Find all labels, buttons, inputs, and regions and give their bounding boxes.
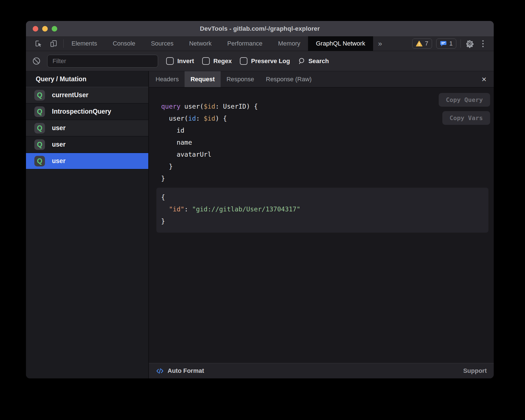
- code-line: avatarUrl: [161, 149, 258, 161]
- checkbox-box-invert[interactable]: [166, 57, 174, 65]
- checkbox-regex[interactable]: Regex: [202, 57, 232, 65]
- filter-input[interactable]: [47, 55, 158, 68]
- query-list-panel: Query / Mutation QcurrentUserQIntrospect…: [26, 71, 149, 378]
- issues-count: 1: [449, 40, 453, 47]
- checkbox-preserve-log[interactable]: Preserve Log: [240, 57, 290, 65]
- toolbar-divider: [460, 39, 461, 48]
- query-list-item-user-3[interactable]: Quser: [26, 137, 148, 153]
- query-list-header: Query / Mutation: [26, 71, 148, 87]
- auto-format-button[interactable]: Auto Format: [168, 367, 204, 374]
- more-tabs-icon[interactable]: »: [373, 36, 387, 51]
- filter-checkbox-group: InvertRegexPreserve Log: [158, 57, 290, 65]
- traffic-lights: [33, 21, 57, 36]
- code-line: }: [161, 161, 258, 173]
- code-line: name: [161, 137, 258, 149]
- tab-console[interactable]: Console: [105, 36, 143, 51]
- code-line: user(id: $id) {: [161, 113, 258, 125]
- minimize-window-button[interactable]: [42, 26, 48, 32]
- query-list-item-user-2[interactable]: Quser: [26, 120, 148, 137]
- detail-tab-response[interactable]: Response: [221, 71, 260, 87]
- query-name-label: currentUser: [52, 91, 88, 99]
- close-window-button[interactable]: [33, 26, 38, 32]
- code-line: query user($id: UserID) {: [161, 101, 258, 113]
- query-list-item-user-4[interactable]: Quser: [26, 153, 148, 170]
- zoom-window-button[interactable]: [52, 26, 57, 32]
- query-type-badge: Q: [34, 90, 45, 101]
- query-list: QcurrentUserQIntrospectionQueryQuserQuse…: [26, 87, 148, 170]
- support-link[interactable]: Support: [463, 367, 487, 374]
- code-line: {: [161, 191, 488, 203]
- tab-performance[interactable]: Performance: [219, 36, 270, 51]
- code-format-icon: [156, 367, 164, 375]
- warnings-count: 7: [425, 40, 428, 47]
- checkbox-label-preserve-log: Preserve Log: [251, 58, 290, 65]
- search-icon: [297, 57, 306, 65]
- code-line: }: [161, 173, 258, 185]
- tab-network[interactable]: Network: [181, 36, 219, 51]
- query-variables-box: { "id": "gid://gitlab/User/13704317"}: [156, 188, 488, 233]
- warning-triangle-icon: [416, 40, 423, 47]
- checkbox-invert[interactable]: Invert: [166, 57, 194, 65]
- window-title: DevTools - gitlab.com/-/graphql-explorer: [200, 25, 320, 32]
- checkbox-label-invert: Invert: [177, 58, 194, 65]
- tab-sources[interactable]: Sources: [143, 36, 181, 51]
- message-bubble-icon: [440, 40, 447, 47]
- status-bar: Auto Format Support: [149, 363, 494, 378]
- query-list-item-currentuser-0[interactable]: QcurrentUser: [26, 87, 148, 104]
- query-type-badge: Q: [34, 156, 45, 166]
- search-button[interactable]: Search: [297, 57, 329, 65]
- search-label: Search: [308, 58, 329, 65]
- inspect-element-icon[interactable]: [34, 39, 43, 48]
- query-name-label: user: [52, 141, 66, 148]
- title-bar: DevTools - gitlab.com/-/graphql-explorer: [26, 21, 494, 36]
- devtools-window: DevTools - gitlab.com/-/graphql-explorer…: [26, 21, 494, 378]
- copy-query-button[interactable]: Copy Query: [439, 93, 490, 107]
- devtools-tabbar-tabs: ElementsConsoleSourcesNetworkPerformance…: [64, 36, 373, 51]
- detail-tabbar: HeadersRequestResponseResponse (Raw) ×: [149, 71, 494, 88]
- query-variables-code: { "id": "gid://gitlab/User/13704317"}: [161, 191, 488, 227]
- code-line: }: [161, 215, 488, 227]
- query-type-badge: Q: [34, 106, 45, 117]
- query-list-item-introspectionquery-1[interactable]: QIntrospectionQuery: [26, 104, 148, 120]
- clear-block-icon[interactable]: [32, 57, 41, 65]
- checkbox-label-regex: Regex: [213, 58, 232, 65]
- query-name-label: user: [52, 124, 66, 132]
- request-detail-panel: HeadersRequestResponseResponse (Raw) × q…: [149, 71, 494, 378]
- filter-toolbar: InvertRegexPreserve Log Search: [26, 51, 494, 71]
- close-panel-icon[interactable]: ×: [474, 71, 494, 87]
- query-name-label: IntrospectionQuery: [52, 108, 111, 115]
- query-type-badge: Q: [34, 139, 45, 150]
- warnings-badge[interactable]: 7: [412, 39, 432, 49]
- code-line: "id": "gid://gitlab/User/13704317": [161, 203, 488, 215]
- detail-tab-headers[interactable]: Headers: [150, 71, 185, 87]
- kebab-menu-icon[interactable]: [479, 40, 487, 47]
- detail-tab-response-raw[interactable]: Response (Raw): [260, 71, 318, 87]
- graphql-query-code: query user($id: UserID) { user(id: $id) …: [161, 101, 258, 185]
- query-name-label: user: [52, 157, 66, 165]
- devtools-tabbar: ElementsConsoleSourcesNetworkPerformance…: [26, 36, 494, 51]
- request-tab-content: query user($id: UserID) { user(id: $id) …: [149, 88, 494, 363]
- settings-gear-icon[interactable]: [465, 39, 474, 48]
- detail-tab-request[interactable]: Request: [185, 71, 221, 87]
- checkbox-box-regex[interactable]: [202, 57, 210, 65]
- toggle-device-toolbar-icon[interactable]: [49, 39, 58, 48]
- tab-memory[interactable]: Memory: [270, 36, 308, 51]
- copy-vars-button[interactable]: Copy Vars: [442, 111, 490, 125]
- issues-badge[interactable]: 1: [436, 39, 456, 49]
- tab-graphql-network[interactable]: GraphQL Network: [308, 36, 373, 51]
- checkbox-box-preserve-log[interactable]: [240, 57, 247, 65]
- query-type-badge: Q: [34, 123, 45, 133]
- tab-elements[interactable]: Elements: [64, 36, 105, 51]
- code-line: id: [161, 125, 258, 137]
